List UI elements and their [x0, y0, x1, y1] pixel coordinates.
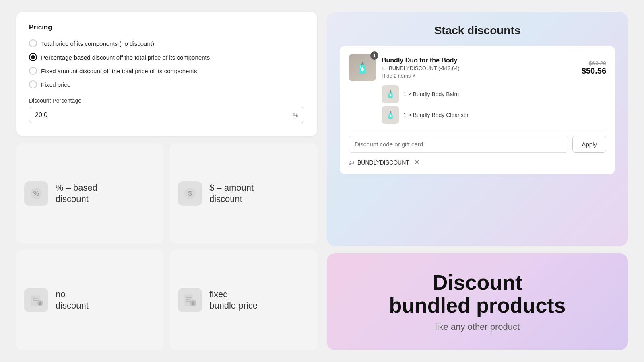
svg-rect-8 — [33, 300, 39, 301]
discount-pct-label: Discount Percentage — [29, 97, 304, 104]
radio-group: Total price of its components (no discou… — [29, 39, 304, 88]
pricing-card: Pricing Total price of its components (n… — [16, 12, 317, 136]
left-column: Pricing Total price of its components (n… — [16, 12, 317, 350]
discount-type-none[interactable]: $ nodiscount — [16, 250, 163, 350]
chevron-up-icon: ∧ — [412, 73, 416, 79]
radio-fixed-price[interactable]: Fixed price — [29, 80, 304, 88]
divider — [349, 130, 606, 130]
sale-price: $50.56 — [582, 66, 606, 76]
sub-item-cleanser-label: 1 × Bundly Body Cleanser — [403, 112, 469, 118]
discount-type-dollar[interactable]: $ $ – amountdiscount — [170, 143, 317, 243]
no-discount-label: nodiscount — [56, 289, 89, 311]
radio-label-no-discount: Total price of its components (no discou… — [41, 40, 154, 47]
sub-item-balm: 🧴 1 × Bundly Body Balm — [382, 85, 606, 103]
radio-pct-based[interactable]: Percentage-based discount off the total … — [29, 53, 304, 61]
discount-pct-input[interactable] — [35, 111, 293, 119]
discount-type-fixed-bundle[interactable]: $ fixedbundle price — [170, 250, 317, 350]
stack-discounts-card: Stack discounts 🧴 1 Bundly Duo for the B… — [327, 12, 628, 246]
product-info: Bundly Duo for the Body 🏷 BUNDLYDISCOUNT… — [382, 57, 576, 79]
pricing-title: Pricing — [29, 23, 304, 31]
svg-text:%: % — [33, 190, 39, 197]
sub-item-cleanser-image: 🧴 — [382, 106, 399, 124]
svg-text:$: $ — [192, 302, 194, 306]
discount-tag-text: BUNDLYDISCOUNT (-$12.64) — [389, 65, 460, 71]
stack-title: Stack discounts — [340, 24, 615, 37]
radio-no-discount[interactable]: Total price of its components (no discou… — [29, 39, 304, 47]
product-price-col: $63.20 $50.56 — [582, 60, 606, 76]
radio-circle-fixed-price — [29, 80, 37, 88]
pct-discount-icon: % — [24, 181, 48, 206]
radio-label-fixed-amount: Fixed amount discount off the total pric… — [41, 68, 197, 74]
radio-label-fixed-price: Fixed price — [41, 81, 70, 88]
hide-items-label: Hide 2 items — [382, 73, 411, 79]
sub-item-balm-image: 🧴 — [382, 85, 399, 103]
fixed-bundle-label: fixedbundle price — [209, 289, 258, 311]
right-column: Stack discounts 🧴 1 Bundly Duo for the B… — [327, 12, 628, 350]
discount-pct-input-wrap: % — [29, 107, 304, 123]
main-container: Pricing Total price of its components (n… — [16, 12, 628, 350]
stack-inner-card: 🧴 1 Bundly Duo for the Body 🏷 BUNDLYDISC… — [340, 46, 615, 174]
discount-type-grid: % % – baseddiscount $ $ – amountdiscount — [16, 143, 317, 350]
product-discount-tag: 🏷 BUNDLYDISCOUNT (-$12.64) — [382, 65, 576, 71]
dollar-discount-icon: $ — [178, 181, 202, 206]
tag-icon: 🏷 — [382, 65, 387, 71]
discount-code-input[interactable] — [349, 136, 568, 153]
pct-symbol: % — [293, 112, 298, 119]
product-badge: 1 — [370, 51, 378, 60]
remove-code-button[interactable]: ✕ — [414, 158, 419, 166]
applied-code-text: BUNDLYDISCOUNT — [357, 159, 409, 166]
svg-text:$: $ — [188, 190, 192, 197]
product-row: 🧴 1 Bundly Duo for the Body 🏷 BUNDLYDISC… — [349, 54, 606, 81]
svg-rect-10 — [186, 297, 192, 298]
dollar-discount-label: $ – amountdiscount — [209, 182, 254, 204]
sub-item-balm-label: 1 × Bundly Body Balm — [403, 91, 459, 97]
svg-text:$: $ — [39, 302, 41, 306]
fixed-bundle-icon: $ — [178, 288, 202, 312]
hide-items-button[interactable]: Hide 2 items ∧ — [382, 73, 576, 79]
radio-circle-fixed-amount — [29, 67, 37, 75]
sub-item-cleanser: 🧴 1 × Bundly Body Cleanser — [382, 106, 606, 124]
bundled-title: Discountbundled products — [389, 271, 566, 317]
original-price: $63.20 — [582, 60, 606, 66]
apply-button[interactable]: Apply — [572, 136, 606, 153]
sub-items: 🧴 1 × Bundly Body Balm 🧴 1 × Bundly Body… — [382, 85, 606, 124]
svg-rect-7 — [33, 298, 37, 299]
code-tag-icon: 🏷 — [349, 159, 354, 166]
radio-label-pct-based: Percentage-based discount off the total … — [41, 54, 210, 61]
radio-circle-no-discount — [29, 39, 37, 47]
radio-fixed-amount[interactable]: Fixed amount discount off the total pric… — [29, 67, 304, 75]
discount-type-pct[interactable]: % % – baseddiscount — [16, 143, 163, 243]
discount-pct-section: Discount Percentage % — [29, 97, 304, 123]
no-discount-icon: $ — [24, 288, 48, 312]
svg-rect-11 — [186, 299, 190, 300]
product-image-wrap: 🧴 1 — [349, 54, 376, 81]
discount-code-row: Apply — [349, 136, 606, 153]
radio-circle-pct-based — [29, 53, 37, 61]
bundled-products-card: Discountbundled products like any other … — [327, 253, 628, 350]
bundled-subtitle: like any other product — [435, 322, 520, 332]
applied-code-row: 🏷 BUNDLYDISCOUNT ✕ — [349, 158, 606, 166]
svg-rect-12 — [186, 301, 191, 302]
pct-discount-label: % – baseddiscount — [56, 182, 97, 204]
product-name: Bundly Duo for the Body — [382, 57, 576, 64]
